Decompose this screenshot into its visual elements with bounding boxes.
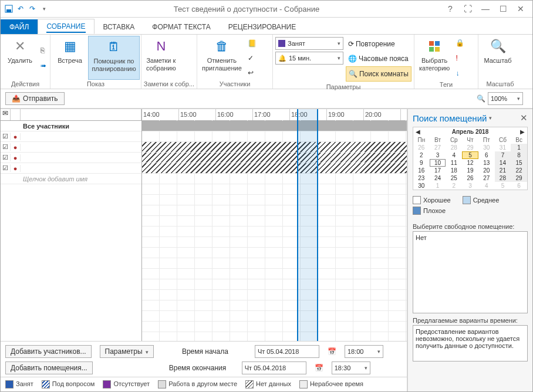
attendee-row[interactable]: ☑● xyxy=(1,163,141,174)
calendar-icon: ▦ xyxy=(60,37,79,56)
save-icon[interactable] xyxy=(4,4,14,13)
options-button[interactable]: Параметры xyxy=(100,345,154,358)
delete-icon: ✕ xyxy=(11,37,29,56)
prev-month-icon[interactable]: ◀ xyxy=(416,129,420,135)
pane-menu-icon[interactable] xyxy=(489,115,492,121)
zoom-icon[interactable]: 🔍 xyxy=(477,94,485,103)
timeline-row xyxy=(142,174,407,184)
svg-rect-4 xyxy=(429,47,434,52)
delete-button[interactable]: ✕ Удалить xyxy=(2,36,38,80)
attendee-row[interactable]: ☑● xyxy=(1,131,141,142)
end-time-combo[interactable]: 18:30 xyxy=(332,361,370,374)
svg-rect-2 xyxy=(429,41,434,46)
timeline-header: 14:0015:0016:0017:0018:0019:0020:00 xyxy=(142,109,407,121)
categorize-icon xyxy=(425,37,444,56)
cancel-icon: 🗑 xyxy=(212,37,231,56)
reminder-combo[interactable]: 🔔15 мин. xyxy=(275,52,343,65)
forward-icon[interactable]: ➠ xyxy=(38,59,49,73)
timeline-row xyxy=(142,142,407,153)
calendar-month: Апрель 2018 xyxy=(452,129,488,135)
end-date-combo[interactable]: Чт 05.04.2018 xyxy=(242,361,306,374)
recurrence-icon: ⟳ xyxy=(348,40,354,48)
attendee-row-all[interactable]: Все участники xyxy=(1,121,141,131)
categorize-button[interactable]: Выбрать категорию xyxy=(416,36,453,80)
meeting-notes-button[interactable]: N Заметки к собранию xyxy=(143,36,180,80)
cancel-invitation-button[interactable]: 🗑 Отменить приглашение xyxy=(198,36,245,80)
next-month-icon[interactable]: ▶ xyxy=(520,129,525,135)
tab-meeting[interactable]: СОБРАНИЕ xyxy=(38,19,94,34)
timezones-button[interactable]: 🌐 Часовые пояса xyxy=(346,52,411,66)
globe-icon: 🌐 xyxy=(348,55,357,63)
redo-icon[interactable]: ↷ xyxy=(28,4,37,13)
attendee-row[interactable]: ☑● xyxy=(1,153,141,163)
tab-insert[interactable]: ВСТАВКА xyxy=(95,19,144,34)
attendee-placeholder[interactable]: Щелчок добавит имя xyxy=(1,174,141,184)
timeline-row xyxy=(142,153,407,163)
private-icon[interactable]: 🔒 xyxy=(453,36,467,50)
undo-icon[interactable]: ↶ xyxy=(16,4,25,13)
scheduling-assistant-button[interactable]: 🗓 Помощник по планированию xyxy=(88,36,140,80)
send-button[interactable]: 📤Отправить xyxy=(5,92,65,105)
pane-close-icon[interactable]: ✕ xyxy=(520,113,528,123)
svg-rect-5 xyxy=(435,47,440,52)
suggested-times-box: Предоставление вариантов невозможно, пос… xyxy=(413,325,528,361)
check-names-icon[interactable]: ✓ xyxy=(245,51,259,65)
qat-customize-icon[interactable] xyxy=(39,4,49,13)
tab-file[interactable]: ФАЙЛ xyxy=(1,19,38,34)
add-rooms-button[interactable]: Добавить помещения... xyxy=(5,361,93,374)
suggested-times-label: Предлагаемые варианты времени: xyxy=(413,317,528,324)
start-time-combo[interactable]: 18:00 xyxy=(345,345,383,358)
calendar-picker-icon[interactable]: 📅 xyxy=(328,347,336,356)
calendar[interactable]: ◀ Апрель 2018 ▶ ПнВтСрЧтПтСбВс2627282930… xyxy=(413,127,528,190)
timeline[interactable]: 14:0015:0016:0017:0018:0019:0020:00 xyxy=(142,109,407,341)
timeline-row-all xyxy=(142,121,407,131)
onenote-icon: N xyxy=(151,37,170,56)
help-icon[interactable]: ? xyxy=(444,4,456,13)
zoom-combo[interactable]: 100% xyxy=(488,92,523,105)
add-attendees-button[interactable]: Добавить участников... xyxy=(5,345,92,358)
bell-icon: 🔔 xyxy=(278,55,286,62)
room-finder-title: Поиск помещений xyxy=(413,113,487,123)
tab-format[interactable]: ФОРМАТ ТЕКСТА xyxy=(143,19,219,34)
timeline-row xyxy=(142,131,407,142)
tab-review[interactable]: РЕЦЕНЗИРОВАНИЕ xyxy=(220,19,305,34)
recurrence-button[interactable]: ⟳ Повторение xyxy=(346,37,411,51)
choose-room-label: Выберите свободное помещение: xyxy=(413,223,528,230)
start-date-combo[interactable]: Чт 05.04.2018 xyxy=(255,345,319,358)
window-title: Тест сведений о доступности - Собрание xyxy=(49,5,444,13)
zoom-icon: 🔍 xyxy=(488,37,507,56)
timeline-row xyxy=(142,184,407,195)
show-as-combo[interactable]: Занят xyxy=(275,37,343,50)
send-icon: 📤 xyxy=(12,94,21,103)
timeline-row xyxy=(142,163,407,174)
attendee-row[interactable]: ☑● xyxy=(1,142,141,153)
high-importance-icon[interactable]: ! xyxy=(453,51,467,65)
calendar-picker-icon[interactable]: 📅 xyxy=(315,364,323,372)
ribbon-toggle-icon[interactable]: ⛶ xyxy=(462,4,474,13)
copy-icon[interactable]: ⎘ xyxy=(38,43,49,58)
available-rooms-list[interactable]: Нет xyxy=(413,231,528,313)
legend: Занят Под вопросом Отсутствует Работа в … xyxy=(1,377,407,391)
appointment-button[interactable]: ▦ Встреча xyxy=(52,36,88,80)
end-time-label: Время окончания xyxy=(169,364,234,372)
start-time-label: Время начала xyxy=(182,347,247,356)
low-importance-icon[interactable]: ↓ xyxy=(453,66,467,80)
maximize-icon[interactable]: ☐ xyxy=(497,4,509,13)
minimize-icon[interactable]: — xyxy=(480,4,491,13)
room-finder-button[interactable]: 🔍 Поиск комнаты xyxy=(346,66,411,82)
scheduling-icon: 🗓 xyxy=(104,38,123,56)
attendee-header: ✉ xyxy=(1,109,141,121)
svg-rect-1 xyxy=(6,9,11,12)
search-room-icon: 🔍 xyxy=(349,70,357,78)
svg-rect-3 xyxy=(435,41,440,46)
address-book-icon[interactable]: 📒 xyxy=(245,36,259,50)
response-options-icon[interactable]: ↩ xyxy=(245,66,259,80)
zoom-button[interactable]: 🔍 Масштаб xyxy=(480,36,516,80)
close-icon[interactable]: ✕ xyxy=(515,4,527,13)
